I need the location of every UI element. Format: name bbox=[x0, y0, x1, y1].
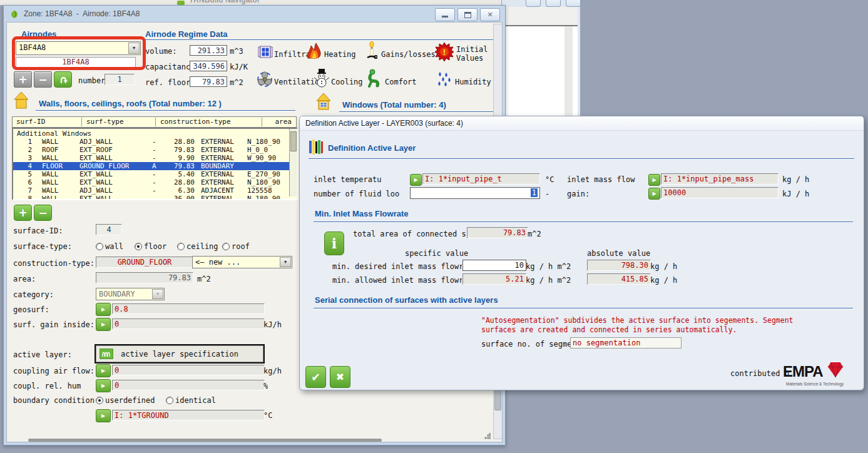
remove-surface-button[interactable]: − bbox=[34, 205, 52, 221]
regime-heading: Airnode Regime Data bbox=[145, 29, 227, 39]
radio-ceiling[interactable]: ceiling bbox=[177, 242, 222, 251]
total-area-label: total area of connected sur bbox=[353, 230, 466, 238]
radio-identical[interactable]: identical bbox=[166, 396, 216, 405]
empa-logo-text: EMPA bbox=[783, 363, 823, 380]
category-dropdown[interactable]: BOUNDARY ▼ bbox=[96, 288, 165, 300]
hum-field[interactable]: 0 bbox=[112, 380, 265, 390]
restore-button[interactable] bbox=[457, 8, 477, 21]
cell: 125558 bbox=[247, 186, 272, 195]
add-surface-button[interactable]: + bbox=[14, 205, 32, 221]
coupling-field[interactable]: 0 bbox=[112, 365, 265, 375]
coupling-input-button[interactable]: ▶ bbox=[96, 364, 111, 377]
gain-field[interactable]: 10000 bbox=[661, 187, 779, 198]
bg-close-button[interactable] bbox=[566, 0, 581, 7]
gain-input-button[interactable]: ▶ bbox=[648, 188, 660, 200]
bg-minimize-button[interactable] bbox=[526, 0, 541, 7]
surf-gain-input-button[interactable]: ▶ bbox=[96, 318, 111, 331]
desired-specific-input[interactable]: 10 bbox=[462, 260, 526, 271]
fluid-loops-input[interactable]: 1 bbox=[410, 187, 540, 199]
table-row-6[interactable]: 6WALLEXT_WALL-28.80EXTERNALN_180_90 bbox=[13, 178, 289, 186]
cell: WALL bbox=[42, 138, 59, 146]
cell: FLOOR bbox=[42, 162, 63, 170]
active-layer-button-label: active layer specification bbox=[121, 350, 238, 359]
initial-values-label-line2: Values bbox=[456, 54, 483, 63]
radio-wall[interactable]: wall bbox=[96, 242, 123, 251]
table-scrollbar-thumb[interactable] bbox=[290, 131, 297, 151]
heating-icon[interactable] bbox=[306, 43, 322, 61]
cancel-button[interactable]: ✖ bbox=[330, 366, 350, 388]
coupling-air-flow-label: coupling air flow: bbox=[13, 367, 94, 375]
ok-button[interactable]: ✔ bbox=[305, 366, 326, 388]
cooling-icon[interactable] bbox=[314, 69, 330, 90]
table-row-4-selected[interactable]: 4FLOORGROUND_FLOORA79.83BOUNDARY bbox=[13, 162, 289, 170]
geosurf-field[interactable]: 0.8 bbox=[112, 303, 265, 314]
inlet-temp-label: inlet temperatu bbox=[314, 175, 407, 184]
ventilation-icon[interactable] bbox=[257, 71, 273, 90]
inlet-mass-input-button[interactable]: ▶ bbox=[648, 174, 660, 186]
heating-label: Heating bbox=[324, 50, 356, 59]
cell: 9.90 bbox=[163, 154, 195, 162]
gains-losses-icon[interactable] bbox=[366, 41, 377, 63]
radio-userdefined[interactable]: userdefined bbox=[96, 396, 155, 405]
radio-floor[interactable]: floor bbox=[135, 242, 166, 251]
comfort-icon[interactable] bbox=[366, 69, 381, 90]
construction-new-dropdown[interactable]: <— new ... ▼ bbox=[192, 256, 292, 268]
cell: GROUND_FLOOR bbox=[79, 162, 129, 170]
surf-gain-field[interactable]: 0 bbox=[112, 318, 265, 329]
tground-unit: °C bbox=[263, 411, 272, 420]
cell: - bbox=[152, 170, 156, 178]
table-row-1[interactable]: 1WALLADJ_WALL-28.80EXTERNALN_180_90 bbox=[13, 138, 289, 146]
bg-window-scrollbar[interactable] bbox=[564, 26, 573, 120]
hum-input-button[interactable]: ▶ bbox=[96, 379, 111, 392]
cell: - bbox=[152, 195, 156, 200]
table-row-7[interactable]: 7WALLADJ_WALL-6.30ADJACENT125558 bbox=[13, 186, 289, 195]
tground-field[interactable]: I: 1*TGROUND bbox=[112, 410, 265, 420]
tground-input-button[interactable]: ▶ bbox=[96, 409, 111, 422]
horizontal-scrollbar[interactable] bbox=[11, 439, 494, 442]
table-scrollbar[interactable] bbox=[289, 129, 297, 196]
surface-id-label: surface-ID: bbox=[13, 227, 63, 235]
minimize-button[interactable] bbox=[435, 8, 455, 21]
initial-values-icon[interactable]: ! bbox=[435, 43, 454, 64]
ref-floor-label: ref. floor bbox=[145, 78, 190, 87]
volume-field[interactable]: 291.33 bbox=[190, 45, 227, 56]
geosurf-input-button[interactable]: ▶ bbox=[96, 303, 111, 316]
add-airnode-button[interactable]: + bbox=[14, 71, 32, 88]
cell: EXTERNAL bbox=[201, 178, 234, 186]
capacitance-field[interactable]: 349.596 bbox=[190, 61, 227, 71]
remove-airnode-button[interactable]: − bbox=[34, 71, 52, 88]
resize-grip-icon[interactable] bbox=[484, 433, 491, 439]
bg-restore-button[interactable] bbox=[546, 0, 561, 7]
humidity-icon[interactable] bbox=[436, 71, 452, 90]
humidity-label: Humidity bbox=[455, 78, 491, 86]
inlet-temp-input-button[interactable]: ▶ bbox=[410, 174, 422, 186]
table-row-8[interactable]: 8WALLEXT_WALL-36.00EXTERNALN_180_90 bbox=[13, 195, 289, 200]
horizontal-scrollbar-thumb[interactable] bbox=[28, 439, 382, 442]
comfort-label: Comfort bbox=[385, 78, 417, 86]
inlet-mass-field[interactable]: I: 1*input_pipe_mass bbox=[661, 173, 779, 185]
cell: WALL bbox=[42, 154, 59, 162]
cell: EXT_WALL bbox=[79, 154, 113, 162]
fluid-loops-label: number of fluid loo bbox=[314, 190, 407, 198]
windows-heading: Windows (Total number: 4) bbox=[342, 100, 446, 109]
table-row-2[interactable]: 2ROOFEXT_ROOF-79.83EXTERNALH_0_0 bbox=[13, 146, 289, 154]
undo-button[interactable] bbox=[54, 71, 72, 88]
table-row-3[interactable]: 3WALLEXT_WALL-9.90EXTERNALW_90_90 bbox=[13, 154, 289, 162]
infiltration-icon[interactable] bbox=[258, 45, 273, 61]
ref-floor-field[interactable]: 79.83 bbox=[190, 76, 227, 87]
inlet-temp-field[interactable]: I: 1*input_pipe_t bbox=[422, 173, 540, 185]
number-field[interactable]: 1 bbox=[105, 74, 135, 85]
surface-type-label: surface-type: bbox=[13, 242, 72, 251]
table-row-5[interactable]: 5WALLEXT_WALL-5.40EXTERNALE_270_90 bbox=[13, 170, 289, 178]
chevron-down-icon[interactable]: ▼ bbox=[280, 257, 291, 267]
active-layer-label: active layer: bbox=[13, 350, 72, 359]
svg-text:!: ! bbox=[442, 48, 446, 57]
active-layer-specification-button[interactable]: active layer specification bbox=[96, 345, 263, 362]
close-button[interactable]: ✕ bbox=[480, 8, 500, 21]
surf-gain-label: surf. gain inside: bbox=[13, 320, 94, 329]
cell: - bbox=[152, 146, 156, 154]
radio-roof[interactable]: roof bbox=[222, 242, 250, 251]
category-label: category: bbox=[13, 290, 54, 299]
segments-input[interactable]: no segmentation bbox=[570, 337, 682, 349]
volume-label: volume: bbox=[145, 47, 177, 56]
